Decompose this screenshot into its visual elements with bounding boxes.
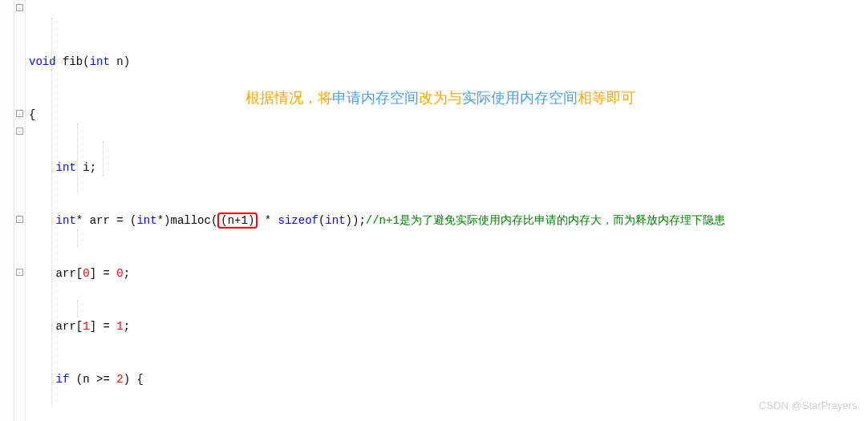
fold-toggle[interactable]: - <box>16 4 23 11</box>
fold-toggle[interactable]: - <box>16 110 23 117</box>
code-line: arr[0] = 0; <box>29 265 860 282</box>
code-line: if (n >= 2) { <box>29 370 860 388</box>
code-area[interactable]: void fib(int n) { int i; int* arr = (int… <box>26 0 860 421</box>
code-line: int* arr = (int*)malloc((n+1) * sizeof(i… <box>29 212 860 229</box>
code-line: { <box>29 106 860 123</box>
watermark: CSDN @StarPrayers. <box>759 397 860 415</box>
highlight-box: (n+1) <box>217 213 258 229</box>
fold-gutter: - - - - - <box>14 0 26 421</box>
fold-toggle[interactable]: - <box>16 128 23 135</box>
code-editor: - - - - - void fib(int n) { int i; int* … <box>0 0 868 421</box>
fold-toggle[interactable]: - <box>16 216 23 223</box>
code-line: int i; <box>29 159 860 176</box>
margin-gutter <box>0 0 14 421</box>
code-line: arr[1] = 1; <box>29 318 860 335</box>
fold-toggle[interactable]: - <box>16 269 23 276</box>
annotation-text: 根据情况，将申请内存空间改为与实际使用内存空间相等即可 <box>245 89 635 107</box>
code-line: void fib(int n) <box>29 53 860 71</box>
